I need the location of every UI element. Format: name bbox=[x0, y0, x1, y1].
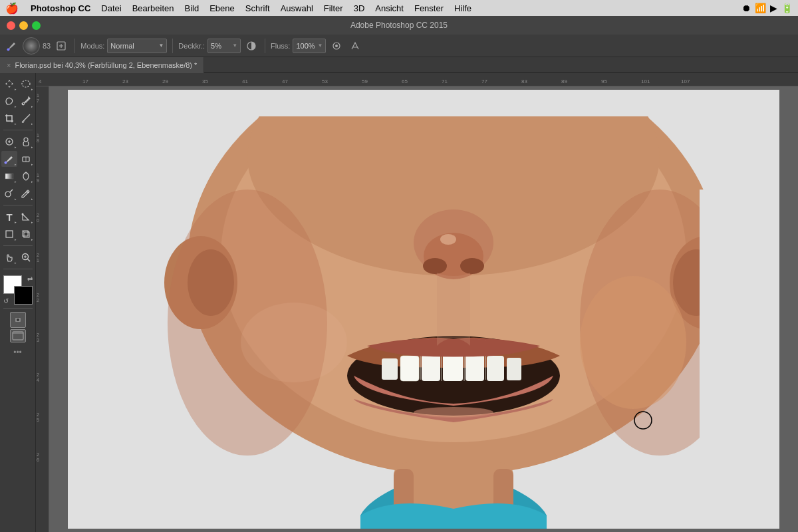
brush-tool[interactable]: ▸ bbox=[1, 151, 17, 167]
tri: ▸ bbox=[15, 261, 17, 265]
menu-bild[interactable]: Bild bbox=[180, 0, 205, 16]
brush-size-preview[interactable] bbox=[23, 37, 40, 55]
mode-dropdown[interactable]: Normal ▼ bbox=[107, 39, 167, 53]
ruler-left-num: 24 bbox=[37, 372, 39, 384]
svg-point-0 bbox=[7, 48, 10, 51]
ruler-num: 83 bbox=[521, 78, 527, 84]
opacity-label: Deckkr.: bbox=[178, 42, 205, 50]
svg-point-49 bbox=[580, 276, 686, 409]
tool-row-10: ▸ bbox=[1, 249, 34, 265]
crop-tool[interactable]: ▸ bbox=[1, 110, 17, 126]
close-button[interactable] bbox=[7, 21, 15, 30]
tool-row-2: ▸ ▸ bbox=[1, 93, 34, 109]
tool-divider-3 bbox=[3, 245, 33, 246]
document-tab[interactable]: × Florian.psd bei 40,3% (Farbfüllung 2, … bbox=[0, 57, 204, 73]
svg-rect-60 bbox=[466, 354, 484, 381]
dodge-tool[interactable]: ▸ bbox=[1, 186, 17, 201]
opacity-value: 5% bbox=[211, 42, 221, 50]
ruler-num: 95 bbox=[601, 78, 607, 84]
svg-point-4 bbox=[335, 45, 338, 47]
tool-row-3: ▸ ▸ bbox=[1, 110, 34, 126]
ruler-num: 47 bbox=[282, 78, 288, 84]
tri: ▸ bbox=[31, 122, 33, 126]
background-color[interactable] bbox=[14, 286, 33, 305]
tool-row-9: ▸ ▸ bbox=[1, 226, 34, 242]
text-tool[interactable]: T ▸ bbox=[1, 209, 17, 225]
maximize-button[interactable] bbox=[32, 21, 41, 30]
window-controls bbox=[7, 21, 41, 30]
quick-mask-button[interactable] bbox=[10, 312, 26, 328]
menu-ebene[interactable]: Ebene bbox=[204, 0, 240, 16]
tri: ▸ bbox=[15, 220, 17, 224]
marquee-tool[interactable]: ▸ bbox=[18, 76, 34, 92]
tri: ▸ bbox=[15, 180, 17, 184]
mode-arrow: ▼ bbox=[158, 43, 164, 49]
path-select-tool[interactable]: ▸ bbox=[18, 209, 34, 225]
shape-tool[interactable]: ▸ bbox=[1, 226, 17, 242]
svg-line-8 bbox=[22, 114, 30, 122]
menu-3d[interactable]: 3D bbox=[348, 0, 370, 16]
tri: ▸ bbox=[31, 87, 33, 91]
ruler-measure-tool[interactable]: ▸ bbox=[18, 110, 34, 126]
swap-colors-icon[interactable]: ⇄ bbox=[27, 275, 33, 283]
eyedropper-tool[interactable]: ▸ bbox=[18, 93, 34, 109]
pen-tool[interactable]: ▸ bbox=[18, 186, 34, 201]
tri: ▸ bbox=[31, 237, 33, 241]
more-tools-button[interactable]: ••• bbox=[10, 346, 26, 358]
tri: ▸ bbox=[31, 220, 33, 224]
ruler-num: 29 bbox=[162, 78, 168, 84]
menu-auswahl[interactable]: Auswahl bbox=[275, 0, 319, 16]
tri: ▸ bbox=[15, 145, 17, 149]
gradient-tool[interactable]: ▸ bbox=[1, 168, 17, 184]
menu-filter[interactable]: Filter bbox=[319, 0, 348, 16]
menu-schrift[interactable]: Schrift bbox=[240, 0, 275, 16]
blur-tool[interactable]: ▸ bbox=[18, 168, 34, 184]
airbrush-icon[interactable] bbox=[329, 38, 344, 54]
opacity-icon[interactable] bbox=[243, 38, 259, 54]
ruler-left-num: 17 bbox=[37, 93, 39, 104]
menu-photoshop[interactable]: Photoshop CC bbox=[25, 0, 96, 16]
flow-group: Fluss: 100% ▼ bbox=[271, 38, 363, 54]
hand-tool[interactable]: ▸ bbox=[1, 249, 17, 265]
tool-row-7: ▸ ▸ bbox=[1, 186, 34, 201]
svg-point-68 bbox=[414, 407, 493, 418]
ruler-num: 23 bbox=[122, 78, 128, 84]
svg-rect-61 bbox=[487, 356, 504, 381]
titlebar: Adobe Photoshop CC 2015 bbox=[0, 16, 798, 35]
wifi-icon: 📶 bbox=[755, 3, 766, 13]
ruler-left-num: 21 bbox=[37, 253, 39, 264]
move-tool[interactable]: ▸ bbox=[1, 76, 17, 92]
ruler-left-num: 23 bbox=[37, 332, 39, 344]
tool-row-mask bbox=[10, 312, 26, 328]
menu-datei[interactable]: Datei bbox=[96, 0, 126, 16]
reset-colors-icon[interactable]: ↺ bbox=[3, 297, 9, 305]
arrow-icon: ▶ bbox=[770, 3, 777, 13]
tool-preset-picker[interactable] bbox=[53, 38, 69, 54]
svg-point-13 bbox=[5, 162, 7, 164]
menu-ansicht[interactable]: Ansicht bbox=[370, 0, 409, 16]
clone-stamp-tool[interactable]: ▸ bbox=[18, 134, 34, 150]
ruler-num: 71 bbox=[442, 78, 448, 84]
spot-heal-tool[interactable]: ▸ bbox=[1, 134, 17, 150]
opacity-arrow: ▼ bbox=[232, 43, 237, 49]
screen-mode-button[interactable] bbox=[10, 329, 26, 342]
tool-divider-1 bbox=[3, 130, 33, 130]
opacity-input[interactable]: 5% ▼ bbox=[207, 39, 241, 53]
svg-rect-70 bbox=[68, 90, 779, 116]
eraser-tool[interactable]: ▸ bbox=[18, 151, 34, 167]
canvas-area[interactable] bbox=[49, 86, 798, 532]
pressure-icon[interactable] bbox=[347, 38, 363, 54]
svg-point-17 bbox=[5, 192, 11, 197]
brush-tool-icon[interactable] bbox=[4, 38, 20, 54]
menu-hilfe[interactable]: Hilfe bbox=[449, 0, 477, 16]
3d-tool[interactable]: ▸ bbox=[18, 226, 34, 242]
minimize-button[interactable] bbox=[19, 21, 28, 30]
menu-fenster[interactable]: Fenster bbox=[409, 0, 449, 16]
zoom-tool[interactable] bbox=[18, 249, 34, 265]
svg-rect-63 bbox=[507, 358, 521, 380]
svg-point-53 bbox=[460, 258, 484, 274]
menu-bearbeiten[interactable]: Bearbeiten bbox=[127, 0, 180, 16]
lasso-tool[interactable]: ▸ bbox=[1, 93, 17, 109]
flow-input[interactable]: 100% ▼ bbox=[293, 39, 326, 53]
tab-close-btn[interactable]: × bbox=[7, 61, 11, 69]
